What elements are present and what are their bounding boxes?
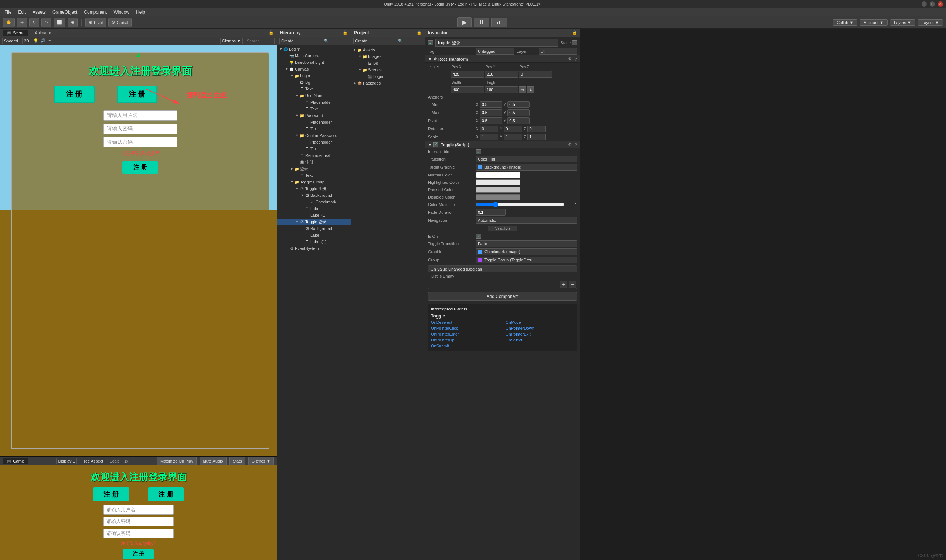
project-assets[interactable]: ▼ 📁 Assets [351,46,424,53]
hierarchy-text[interactable]: T Text [277,86,351,92]
project-lock-icon[interactable]: 🔒 [417,30,421,35]
min-y-input[interactable] [508,101,529,108]
event-onsubmit[interactable]: OnSubmit [431,344,500,348]
static-checkbox[interactable] [572,40,577,45]
global-button[interactable]: ⊛ Global [108,18,131,27]
pos-z-input[interactable] [519,71,552,77]
hierarchy-create-btn[interactable]: Create [279,38,295,44]
maximize-on-play[interactable]: Maximize On Play [157,457,197,466]
is-on-checkbox[interactable]: ✓ [476,234,481,239]
game-login-toggle[interactable]: 注 册 [148,487,184,501]
game-submit-btn[interactable]: 注 册 [123,549,154,559]
project-create-btn[interactable]: Create [353,38,369,44]
hand-tool[interactable]: ✋ [3,18,15,27]
hierarchy-main-camera[interactable]: 📷 Main Camera [277,52,351,59]
transition-dropdown[interactable]: Color Tint [476,156,577,162]
close-button[interactable]: ✕ [938,2,943,7]
minimize-button[interactable]: − [921,2,927,7]
event-ondeselect[interactable]: OnDeselect [431,320,500,325]
object-name-input[interactable] [435,39,558,46]
disabled-color-swatch[interactable] [476,194,520,200]
rect-help-icon[interactable]: ? [575,57,577,61]
effects-icon[interactable]: ✦ [48,38,51,43]
layout-button[interactable]: Layout ▼ [918,19,943,26]
pos-y-input[interactable] [485,71,518,77]
event-onpointerup[interactable]: OnPointerUp [431,338,500,342]
game-register-toggle[interactable]: 注 册 [93,487,129,501]
min-x-input[interactable] [480,101,502,108]
height-expand-btn[interactable]: ⇕ [527,86,534,93]
project-bg[interactable]: 🖼 Bg [351,60,424,66]
interactable-checkbox[interactable]: ✓ [476,149,481,154]
navigation-dropdown[interactable]: Automatic [476,217,577,224]
project-images[interactable]: ▼ 📁 Images [351,53,424,60]
toggle-enabled-checkbox[interactable]: ✓ [434,143,438,147]
event-onpointerenter[interactable]: OnPointerEnter [431,332,500,336]
pos-x-input[interactable] [451,71,484,77]
hierarchy-tr-label1[interactable]: T Label (1) [277,212,351,218]
hierarchy-confirm-password[interactable]: ▼ 📁 ConfirmPassword [277,132,351,139]
scene-search-input[interactable] [245,38,275,44]
game-password-input[interactable]: 请输入密码 [103,517,174,526]
hierarchy-bg[interactable]: 🖼 Bg [277,79,351,86]
hierarchy-pw-text[interactable]: T Text [277,126,351,132]
toggle-help-icon[interactable]: ? [575,143,577,147]
collab-button[interactable]: Collab ▼ [833,19,857,26]
hierarchy-canvas[interactable]: ▼ 📋 Canvas [277,66,351,72]
scene-username-input[interactable]: 请输入用户名 [103,110,177,121]
menu-assets[interactable]: Assets [29,9,49,15]
color-multiplier-slider[interactable] [476,202,565,208]
rect-settings-icon[interactable]: ⚙ [568,57,572,61]
hierarchy-un-placeholder[interactable]: T Placeholder [277,99,351,106]
pressed-color-swatch[interactable] [476,187,520,193]
layers-button[interactable]: Layers ▼ [890,19,915,26]
stats-btn[interactable]: Stats [230,457,245,466]
display-dropdown[interactable]: Display 1 [56,458,77,465]
rect-transform-section[interactable]: ▼ ⊕ Rect Transform ⚙ ? [425,55,580,63]
game-confirm-input[interactable]: 请确认密码 [103,529,174,538]
max-x-input[interactable] [480,109,502,116]
hierarchy-tl-background[interactable]: 🖼 Background [277,225,351,232]
game-tab[interactable]: 🎮 Game [3,458,28,465]
scale-z-input[interactable] [527,134,546,140]
rotate-tool[interactable]: ↻ [29,18,39,27]
game-username-input[interactable]: 请输入用户名 [103,505,174,515]
graphic-field[interactable]: Checkmark (Image) [476,248,577,255]
scene-view[interactable]: 欢迎进入注册登录界面 注 册 注 册 [0,45,277,456]
event-onpointerexit[interactable]: OnPointerExit [506,332,574,336]
layer-dropdown[interactable]: UI [539,48,577,55]
menu-component[interactable]: Component [81,9,110,15]
pivot-x-input[interactable] [480,117,502,124]
shaded-dropdown[interactable]: Shaded [2,38,20,44]
maximize-button[interactable]: □ [930,2,935,7]
scene-register-toggle[interactable]: 注 册 [54,86,94,103]
project-login-scene[interactable]: 🎬 Login [351,73,424,80]
highlighted-color-swatch[interactable] [476,179,520,185]
scene-submit-btn[interactable]: 注 册 [122,161,158,174]
scale-x-input[interactable] [480,134,498,140]
hierarchy-tr-background[interactable]: ▼ 🖼 Background [277,192,351,198]
hierarchy-toggle-register[interactable]: ▼ ☑ Toggle 注册 [277,185,351,192]
event-onmove[interactable]: OnMove [506,320,574,325]
project-scenes[interactable]: ▼ 📁 Scenes [351,66,424,73]
light-icon[interactable]: 💡 [33,38,39,43]
toggle-settings-icon[interactable]: ⚙ [568,142,572,147]
group-field[interactable]: Toggle Group (ToggleGrou [476,257,577,263]
scale-y-input[interactable] [504,134,522,140]
width-input[interactable] [451,86,484,93]
target-graphic-field[interactable]: Background (Image) [476,164,577,171]
step-button[interactable]: ⏭ [491,18,507,27]
aspect-dropdown[interactable]: Free Aspect [80,458,105,465]
hierarchy-denglu[interactable]: ▶ 📁 登录 [277,165,351,172]
hierarchy-toggle-login[interactable]: ▼ ☑ Toggle 登录 [277,218,351,225]
menu-help[interactable]: Help [133,9,148,15]
play-button[interactable]: ▶ [457,17,472,27]
game-view[interactable]: 欢迎进入注册登录界面 注 册 注 册 请输入用户名 请输入密码 请确认密码 注册… [0,465,277,560]
pivot-y-input[interactable] [508,117,529,124]
hierarchy-event-system[interactable]: ⚙ EventSystem [277,245,351,252]
event-onselect[interactable]: OnSelect [506,338,574,342]
scene-root-item[interactable]: ▼ 🌐 Login* [277,46,351,52]
hierarchy-cp-placeholder[interactable]: T Placeholder [277,139,351,145]
scene-confirm-input[interactable]: 请确认密码 [103,137,177,147]
rot-x-input[interactable] [480,126,498,132]
